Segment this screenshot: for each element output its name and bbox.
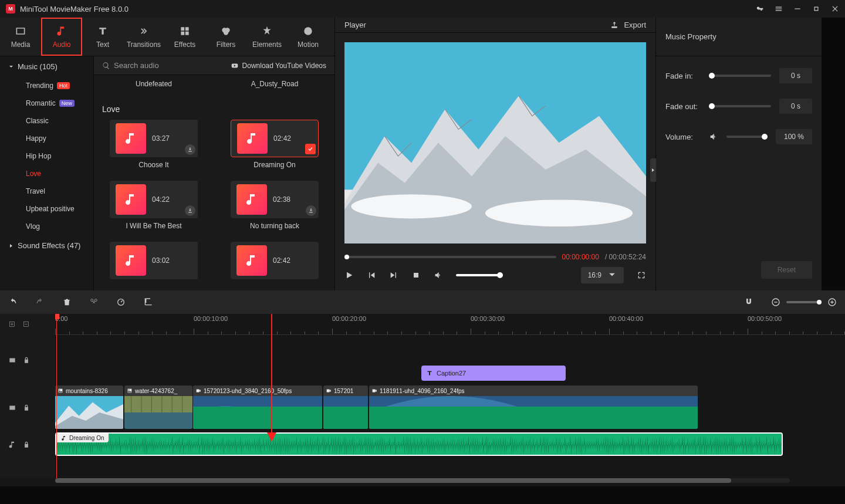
aspect-select[interactable]: 16:9 xyxy=(581,267,624,283)
download-badge[interactable] xyxy=(306,205,316,216)
youtube-download-link[interactable]: Download YouTube Videos xyxy=(231,62,326,70)
fullscreen-button[interactable] xyxy=(637,270,646,280)
undo-button[interactable] xyxy=(8,297,18,307)
speed-button[interactable] xyxy=(116,297,126,307)
music-icon xyxy=(116,123,146,154)
volume-prop-slider[interactable] xyxy=(726,136,768,138)
seek-bar[interactable] xyxy=(344,256,556,258)
panel-collapse-handle[interactable] xyxy=(650,158,656,182)
minimize-icon[interactable] xyxy=(793,5,802,13)
key-icon[interactable] xyxy=(756,5,764,13)
audio-name: No turning back xyxy=(250,222,299,230)
category-music[interactable]: Music (105) xyxy=(0,56,93,77)
music-icon xyxy=(237,123,268,154)
timeline-tracks[interactable]: 0:0000:00:10:0000:00:20:0000:00:30:0000:… xyxy=(55,314,845,478)
tab-transitions[interactable]: Transitions xyxy=(123,18,164,56)
tab-filters[interactable]: Filters xyxy=(205,18,246,56)
maximize-icon[interactable] xyxy=(812,5,820,13)
video-clip[interactable]: 15720123-uhd_3840_2160_50fps xyxy=(193,385,322,429)
playhead[interactable] xyxy=(56,314,57,478)
audio-item[interactable]: 02:38 No turning back xyxy=(223,181,326,230)
zoom-out-button[interactable] xyxy=(771,297,780,307)
video-preview[interactable] xyxy=(344,42,646,243)
crop-button[interactable] xyxy=(143,297,153,307)
caption-clip[interactable]: Caption27 xyxy=(421,366,566,381)
audio-duration: 04:22 xyxy=(152,195,170,204)
prev-button[interactable] xyxy=(367,270,376,280)
svg-rect-34 xyxy=(373,390,376,393)
split-button[interactable] xyxy=(89,297,99,307)
tab-audio[interactable]: Audio xyxy=(41,18,82,56)
audio-name: Dreaming On xyxy=(254,161,295,169)
time-current: 00:00:00:00 xyxy=(562,253,599,261)
subcat-romantic[interactable]: RomanticNew xyxy=(0,94,93,112)
video-clip[interactable]: water-4243762_ xyxy=(124,385,192,429)
zoom-slider[interactable] xyxy=(786,301,822,303)
add-track-icon[interactable] xyxy=(8,320,16,329)
subcat-vlog[interactable]: Vlog xyxy=(0,218,93,235)
stop-button[interactable] xyxy=(411,270,421,280)
subcat-love[interactable]: Love xyxy=(0,165,93,182)
play-button[interactable] xyxy=(344,270,354,280)
subcat-trending[interactable]: TrendingHot xyxy=(0,77,93,94)
audio-item[interactable]: 02:42 xyxy=(223,242,326,283)
redo-button[interactable] xyxy=(35,297,45,307)
subcat-upbeat[interactable]: Upbeat positive xyxy=(0,200,93,218)
volume-prop-value[interactable]: 100 % xyxy=(776,129,812,144)
export-button[interactable]: Export xyxy=(610,21,646,30)
category-sfx[interactable]: Sound Effects (47) xyxy=(0,235,93,256)
timeline-ruler[interactable]: 0:0000:00:10:0000:00:20:0000:00:30:0000:… xyxy=(55,314,845,335)
app-title: MiniTool MovieMaker Free 8.0.0 xyxy=(20,5,129,13)
tab-media[interactable]: Media xyxy=(0,18,41,56)
lock-icon[interactable] xyxy=(22,404,31,412)
audio-name: Choose It xyxy=(138,161,168,169)
lock-icon[interactable] xyxy=(22,356,31,364)
svg-point-21 xyxy=(129,390,130,391)
collapse-tracks-icon[interactable] xyxy=(22,320,31,329)
close-icon[interactable] xyxy=(831,5,839,13)
svg-point-8 xyxy=(485,200,633,227)
zoom-in-button[interactable] xyxy=(827,297,837,307)
audio-item[interactable]: 02:42 Dreaming On xyxy=(223,120,326,169)
tab-text[interactable]: Text xyxy=(82,18,123,56)
svg-rect-9 xyxy=(414,273,418,278)
fadeout-slider[interactable] xyxy=(709,105,771,107)
tab-effects[interactable]: Effects xyxy=(164,18,205,56)
download-badge[interactable] xyxy=(185,144,195,155)
properties-title: Music Property xyxy=(665,32,716,41)
video-clip[interactable]: 1181911-uhd_4096_2160_24fps xyxy=(369,385,698,429)
subcat-travel[interactable]: Travel xyxy=(0,182,93,200)
video-clip[interactable]: 157201 xyxy=(323,385,368,429)
audio-item[interactable]: 04:22 I Will Be The Best xyxy=(102,181,205,230)
lock-icon[interactable] xyxy=(22,441,31,449)
reset-button[interactable]: Reset xyxy=(761,261,812,279)
music-icon xyxy=(116,184,146,215)
audio-duration: 03:02 xyxy=(152,256,170,265)
subcat-hiphop[interactable]: Hip Hop xyxy=(0,147,93,165)
tab-motion[interactable]: Motion xyxy=(288,18,329,56)
checked-badge xyxy=(305,144,316,154)
volume-slider[interactable] xyxy=(456,274,503,276)
timeline-scrollbar[interactable] xyxy=(55,478,790,483)
fadeout-value[interactable]: 0 s xyxy=(779,99,812,114)
video-clip[interactable]: mountains-8326 xyxy=(55,385,123,429)
svg-rect-23 xyxy=(124,412,192,429)
tab-elements[interactable]: Elements xyxy=(246,18,288,56)
fadein-value[interactable]: 0 s xyxy=(779,68,812,83)
volume-icon[interactable] xyxy=(434,270,443,280)
search-input[interactable]: Search audio xyxy=(114,61,159,70)
magnet-icon[interactable] xyxy=(744,297,753,307)
subcat-happy[interactable]: Happy xyxy=(0,130,93,147)
delete-button[interactable] xyxy=(62,297,72,307)
audio-item[interactable]: 03:02 xyxy=(102,242,205,283)
audio-duration: 03:27 xyxy=(152,134,170,143)
library-tabs: Media Audio Text Transitions Effects Fil… xyxy=(0,18,334,56)
audio-clip[interactable]: Dreaming On xyxy=(55,432,783,456)
fadein-slider[interactable] xyxy=(709,75,771,77)
audio-track-icon xyxy=(8,441,16,449)
download-badge[interactable] xyxy=(185,205,195,216)
menu-icon[interactable] xyxy=(775,5,783,13)
next-button[interactable] xyxy=(389,270,398,280)
audio-item[interactable]: 03:27 Choose It xyxy=(102,120,205,169)
subcat-classic[interactable]: Classic xyxy=(0,112,93,130)
